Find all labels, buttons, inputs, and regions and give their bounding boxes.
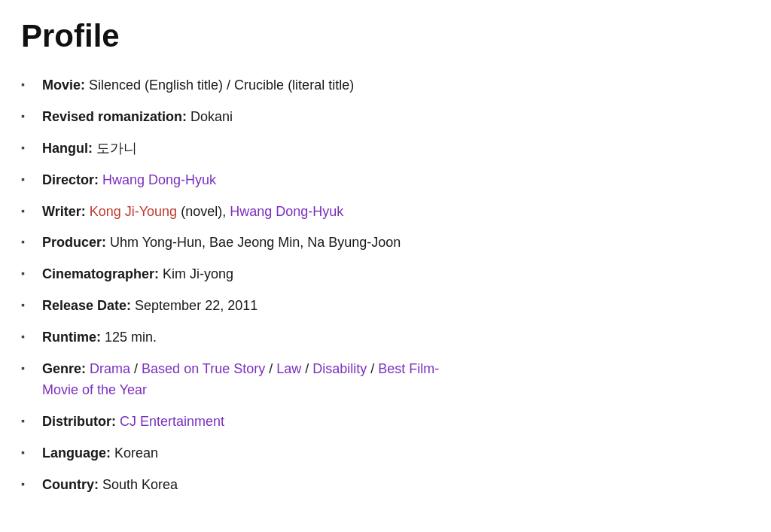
list-item: ▪ Writer: Kong Ji-Young (novel), Hwang D… xyxy=(21,202,750,223)
item-genre: Genre: Drama / Based on True Story / Law… xyxy=(42,359,750,401)
item-value: Korean xyxy=(111,445,158,461)
genre-sep-3: / xyxy=(305,361,312,376)
list-item: ▪ Runtime: 125 min. xyxy=(21,327,750,348)
item-value: Dokani xyxy=(187,109,233,124)
bullet-icon: ▪ xyxy=(21,296,42,313)
bullet-icon: ▪ xyxy=(21,75,42,93)
writer-link-2[interactable]: Hwang Dong-Hyuk xyxy=(230,204,343,219)
writer-novel-text: (novel), xyxy=(177,204,230,219)
item-label: Release Date: xyxy=(42,298,131,313)
list-item: ▪ Producer: Uhm Yong-Hun, Bae Jeong Min,… xyxy=(21,233,750,254)
item-label: Movie: xyxy=(42,78,85,93)
item-label: Revised romanization: xyxy=(42,109,187,124)
genre-link-drama[interactable]: Drama xyxy=(90,361,130,376)
bullet-icon: ▪ xyxy=(21,170,42,187)
item-label: Cinematographer: xyxy=(42,266,159,281)
page-title: Profile xyxy=(21,18,750,54)
list-item: ▪ Cinematographer: Kim Ji-yong xyxy=(21,264,750,285)
item-value: Kim Ji-yong xyxy=(159,266,233,281)
list-item: ▪ Revised romanization: Dokani xyxy=(21,107,750,128)
list-item: ▪ Genre: Drama / Based on True Story / L… xyxy=(21,359,750,401)
item-label: Director: xyxy=(42,172,99,187)
item-hangul: Hangul: 도가니 xyxy=(42,138,750,160)
item-distributor: Distributor: CJ Entertainment xyxy=(42,412,750,433)
item-movie: Movie: Silenced (English title) / Crucib… xyxy=(42,75,750,96)
list-item: ▪ Country: South Korea xyxy=(21,475,750,496)
bullet-icon: ▪ xyxy=(21,107,42,124)
item-value: 125 min. xyxy=(101,330,157,345)
item-label: Country: xyxy=(42,477,99,492)
genre-link-law[interactable]: Law xyxy=(276,361,301,376)
list-item: ▪ Language: Korean xyxy=(21,443,750,464)
genre-sep-4: / xyxy=(370,361,378,376)
item-label: Distributor: xyxy=(42,414,116,429)
list-item: ▪ Movie: Silenced (English title) / Cruc… xyxy=(21,75,750,96)
bullet-icon: ▪ xyxy=(21,138,42,156)
item-runtime: Runtime: 125 min. xyxy=(42,327,750,348)
bullet-icon: ▪ xyxy=(21,202,42,219)
item-label: Runtime: xyxy=(42,330,101,345)
item-label: Producer: xyxy=(42,235,106,250)
genre-link-disability[interactable]: Disability xyxy=(312,361,367,376)
genre-link-true-story[interactable]: Based on True Story xyxy=(142,361,265,376)
item-producer: Producer: Uhm Yong-Hun, Bae Jeong Min, N… xyxy=(42,233,750,254)
bullet-icon: ▪ xyxy=(21,264,42,281)
item-value: Uhm Yong-Hun, Bae Jeong Min, Na Byung-Jo… xyxy=(106,235,401,250)
bullet-icon: ▪ xyxy=(21,412,42,429)
item-value: 도가니 xyxy=(93,141,137,156)
list-item: ▪ Distributor: CJ Entertainment xyxy=(21,412,750,433)
bullet-icon: ▪ xyxy=(21,233,42,250)
item-country: Country: South Korea xyxy=(42,475,750,496)
item-writer: Writer: Kong Ji-Young (novel), Hwang Don… xyxy=(42,202,750,223)
bullet-icon: ▪ xyxy=(21,327,42,345)
bullet-icon: ▪ xyxy=(21,475,42,492)
bullet-icon: ▪ xyxy=(21,443,42,461)
genre-sep-1: / xyxy=(134,361,142,376)
item-cinematographer: Cinematographer: Kim Ji-yong xyxy=(42,264,750,285)
item-value: South Korea xyxy=(99,477,178,492)
profile-list: ▪ Movie: Silenced (English title) / Cruc… xyxy=(21,75,750,495)
item-release: Release Date: September 22, 2011 xyxy=(42,296,750,317)
item-language: Language: Korean xyxy=(42,443,750,464)
list-item: ▪ Director: Hwang Dong-Hyuk xyxy=(21,170,750,191)
item-value: September 22, 2011 xyxy=(131,298,258,313)
item-romanization: Revised romanization: Dokani xyxy=(42,107,750,128)
list-item: ▪ Hangul: 도가니 xyxy=(21,138,750,160)
item-label: Hangul: xyxy=(42,141,93,156)
distributor-link[interactable]: CJ Entertainment xyxy=(120,414,224,429)
genre-sep-2: / xyxy=(269,361,276,376)
item-label: Genre: xyxy=(42,361,86,376)
item-director: Director: Hwang Dong-Hyuk xyxy=(42,170,750,191)
item-label: Writer: xyxy=(42,204,86,219)
item-value: Silenced (English title) / Crucible (lit… xyxy=(85,78,354,93)
list-item: ▪ Release Date: September 22, 2011 xyxy=(21,296,750,317)
item-label: Language: xyxy=(42,445,111,461)
writer-link-1[interactable]: Kong Ji-Young xyxy=(90,204,177,219)
director-link[interactable]: Hwang Dong-Hyuk xyxy=(102,172,216,187)
bullet-icon: ▪ xyxy=(21,359,42,376)
